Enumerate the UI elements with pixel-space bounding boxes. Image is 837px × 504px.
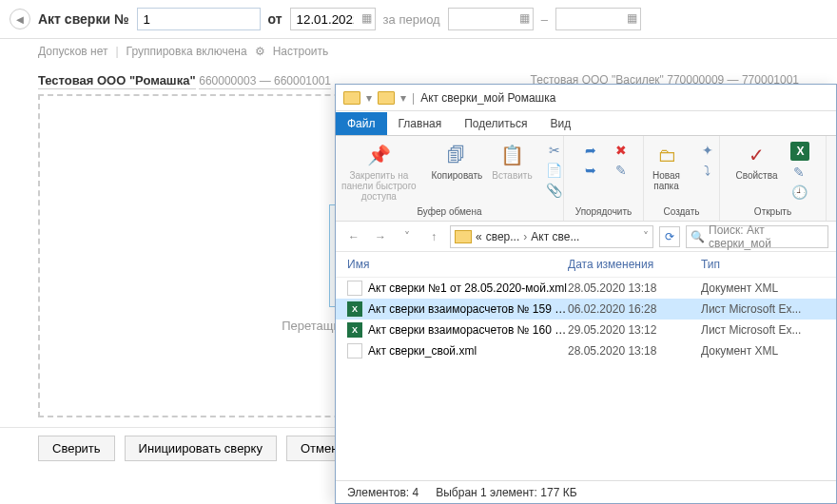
- period-label: за период: [383, 12, 440, 27]
- calendar-icon[interactable]: ▦: [361, 11, 372, 25]
- excel-file-icon: X: [347, 301, 362, 317]
- paste-shortcut-icon[interactable]: 📎: [546, 182, 563, 199]
- file-modified: 06.02.2020 16:28: [568, 302, 701, 316]
- nav-recent-dropdown[interactable]: ˅: [397, 226, 418, 247]
- search-input[interactable]: 🔍 Поиск: Акт сверки_мой: [686, 225, 828, 248]
- quick-access-dropdown-icon[interactable]: ▾: [366, 91, 372, 105]
- file-type: Лист Microsoft Ex...: [701, 302, 825, 316]
- file-type: Документ XML: [701, 344, 825, 358]
- history-icon[interactable]: 🕘: [790, 184, 808, 201]
- doc-number-input[interactable]: [137, 8, 261, 30]
- copy-button[interactable]: 🗐 Копировать: [431, 142, 482, 181]
- verify-button[interactable]: Сверить: [38, 436, 115, 461]
- file-modified: 28.05.2020 13:18: [568, 281, 701, 295]
- chevron-down-icon[interactable]: ˅: [643, 230, 649, 243]
- dash: –: [541, 12, 548, 27]
- copy-icon: 🗐: [443, 142, 470, 168]
- copy-path-icon[interactable]: 📄: [546, 162, 563, 179]
- column-name[interactable]: Имя: [347, 258, 568, 271]
- gear-icon[interactable]: ⚙: [255, 45, 265, 58]
- status-count: Элементов: 4: [347, 486, 418, 499]
- file-modified: 29.05.2020 13:12: [568, 323, 701, 337]
- tab-file[interactable]: Файл: [336, 112, 387, 135]
- rename-icon[interactable]: ✎: [613, 162, 630, 179]
- file-explorer-window: ▾ ▾ | Акт сверки_мой Ромашка Файл Главна…: [335, 84, 837, 504]
- file-name: Акт сверки_свой.xml: [368, 344, 568, 358]
- new-item-icon[interactable]: ✦: [699, 142, 716, 159]
- new-folder-icon: 🗀: [653, 142, 680, 168]
- folder-icon: [378, 91, 395, 105]
- status-selected: Выбран 1 элемент: 177 КБ: [436, 486, 576, 499]
- company-left-name: Тестовая ООО "Ромашка": [38, 73, 196, 89]
- file-name: Акт сверки №1 от 28.05.2020-мой.xml: [368, 281, 568, 295]
- file-name: Акт сверки взаиморасчетов № 159 от 1...: [368, 302, 568, 316]
- nav-up-button[interactable]: ↑: [423, 226, 444, 247]
- calendar-icon[interactable]: ▦: [519, 11, 530, 25]
- file-row[interactable]: Акт сверки №1 от 28.05.2020-мой.xml28.05…: [336, 278, 836, 299]
- tab-share[interactable]: Поделиться: [453, 112, 538, 135]
- breadcrumb[interactable]: « свер... › Акт све... ˅: [450, 225, 653, 248]
- tab-home[interactable]: Главная: [387, 112, 454, 135]
- paste-icon: 📋: [498, 142, 525, 168]
- edit-icon[interactable]: ✎: [790, 164, 808, 181]
- copy-to-icon[interactable]: ➥: [582, 162, 599, 179]
- refresh-button[interactable]: ⟳: [659, 226, 680, 247]
- file-type: Лист Microsoft Ex...: [701, 323, 825, 337]
- from-label: от: [268, 11, 282, 27]
- file-row[interactable]: XАкт сверки взаиморасчетов № 159 от 1...…: [336, 299, 836, 320]
- excel-program-icon[interactable]: X: [790, 142, 809, 161]
- properties-icon: ✓: [743, 142, 769, 168]
- open-group-label: Открыть: [754, 204, 791, 219]
- easy-access-icon[interactable]: ⤵: [699, 162, 716, 179]
- pin-button[interactable]: 📌 Закрепить на панели быстрого доступа: [336, 142, 421, 202]
- paste-button[interactable]: 📋 Вставить: [492, 142, 532, 181]
- calendar-icon[interactable]: ▦: [627, 11, 637, 25]
- folder-icon: [455, 230, 472, 243]
- delete-icon[interactable]: ✖: [613, 142, 630, 159]
- back-button[interactable]: ◄: [10, 9, 30, 29]
- file-name: Акт сверки взаиморасчетов № 160 от 1...: [368, 323, 568, 337]
- create-group-label: Создать: [663, 204, 699, 219]
- cut-icon[interactable]: ✂: [546, 142, 563, 159]
- doc-title-label: Акт сверки №: [38, 11, 129, 27]
- column-type[interactable]: Тип: [701, 258, 825, 271]
- file-modified: 28.05.2020 13:18: [568, 344, 701, 358]
- new-folder-button[interactable]: 🗀 Новая папка: [648, 142, 686, 191]
- clipboard-group-label: Буфер обмена: [418, 204, 482, 219]
- configure-link[interactable]: Настроить: [273, 45, 329, 58]
- excel-file-icon: X: [347, 322, 362, 338]
- column-modified[interactable]: Дата изменения: [568, 258, 701, 271]
- grouping-text: Группировка включена: [127, 45, 247, 58]
- file-type: Документ XML: [701, 281, 825, 295]
- nav-back-button[interactable]: ←: [343, 226, 364, 247]
- xml-file-icon: [347, 281, 362, 296]
- pin-icon: 📌: [365, 142, 392, 168]
- company-left-codes: 660000003 — 660001001: [199, 74, 331, 89]
- no-access-text: Допусков нет: [38, 45, 107, 58]
- file-row[interactable]: Акт сверки_свой.xml28.05.2020 13:18Докум…: [336, 340, 836, 361]
- properties-button[interactable]: ✓ Свойства: [736, 142, 778, 181]
- xml-file-icon: [347, 343, 362, 359]
- init-verification-button[interactable]: Инициировать сверку: [125, 436, 277, 461]
- search-icon: 🔍: [691, 230, 705, 243]
- nav-forward-button[interactable]: →: [370, 226, 391, 247]
- explorer-title: Акт сверки_мой Ромашка: [420, 91, 555, 105]
- tab-view[interactable]: Вид: [538, 112, 582, 135]
- folder-icon: [343, 91, 360, 105]
- file-row[interactable]: XАкт сверки взаиморасчетов № 160 от 1...…: [336, 320, 836, 340]
- organize-group-label: Упорядочить: [575, 204, 633, 219]
- move-to-icon[interactable]: ➦: [582, 142, 599, 159]
